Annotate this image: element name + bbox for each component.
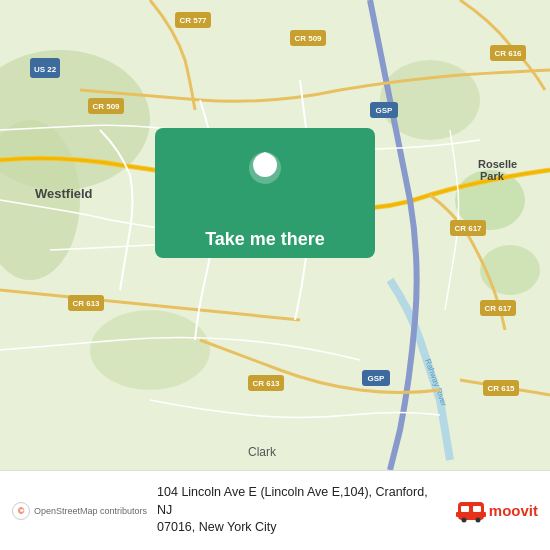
moovit-text: moovit	[489, 502, 538, 519]
svg-text:CR 613: CR 613	[72, 299, 100, 308]
svg-text:CR 613: CR 613	[252, 379, 280, 388]
svg-text:CR 509: CR 509	[92, 102, 120, 111]
svg-text:CR 577: CR 577	[179, 16, 207, 25]
svg-text:CR 509: CR 509	[294, 34, 322, 43]
svg-rect-42	[461, 506, 469, 512]
svg-text:GSP: GSP	[368, 374, 386, 383]
svg-text:Westfield: Westfield	[35, 186, 93, 201]
svg-text:CR 617: CR 617	[454, 224, 482, 233]
svg-rect-46	[456, 512, 460, 517]
address-container: 104 Lincoln Ave E (Lincoln Ave E,104), C…	[147, 484, 456, 537]
osm-logo: ©	[12, 502, 30, 520]
svg-rect-43	[473, 506, 481, 512]
attribution-text: OpenStreetMap contributors	[34, 506, 147, 516]
svg-text:CR 616: CR 616	[494, 49, 522, 58]
address-text: 104 Lincoln Ave E (Lincoln Ave E,104), C…	[157, 484, 446, 537]
svg-text:Take me there: Take me there	[205, 229, 325, 249]
svg-point-3	[90, 310, 210, 390]
map-container: Rahway River	[0, 0, 550, 470]
svg-text:CR 617: CR 617	[484, 304, 512, 313]
svg-text:Park: Park	[480, 170, 505, 182]
svg-point-44	[461, 517, 466, 522]
bottom-bar: © OpenStreetMap contributors 104 Lincoln…	[0, 470, 550, 550]
moovit-icon	[456, 496, 486, 526]
osm-attribution: © OpenStreetMap contributors	[12, 502, 147, 520]
svg-rect-47	[482, 512, 486, 517]
svg-text:Clark: Clark	[248, 445, 277, 459]
svg-text:GSP: GSP	[376, 106, 394, 115]
svg-text:Roselle: Roselle	[478, 158, 517, 170]
svg-text:US 22: US 22	[34, 65, 57, 74]
svg-point-45	[475, 517, 480, 522]
svg-point-6	[480, 245, 540, 295]
svg-text:CR 615: CR 615	[487, 384, 515, 393]
moovit-logo: moovit	[456, 496, 538, 526]
